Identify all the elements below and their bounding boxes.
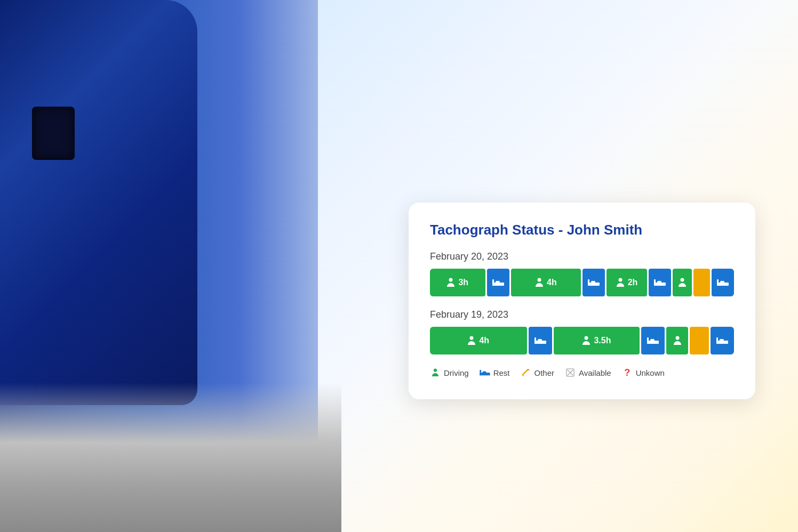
legend-driving: Driving: [430, 367, 469, 378]
svg-rect-23: [650, 339, 655, 342]
ground: [0, 383, 341, 532]
date-2: February 19, 2023: [430, 309, 734, 320]
svg-rect-11: [657, 281, 661, 284]
svg-rect-2: [492, 279, 494, 286]
legend-rest-label: Rest: [493, 368, 510, 377]
svg-rect-14: [717, 279, 719, 286]
tachograph-card: Tachograph Status - John Smith February …: [409, 203, 755, 399]
svg-point-4: [538, 278, 541, 282]
svg-point-24: [675, 336, 679, 340]
svg-rect-10: [654, 279, 656, 286]
legend-unknown: ? Unkown: [622, 367, 665, 378]
svg-rect-18: [534, 337, 536, 344]
svg-rect-7: [591, 281, 595, 284]
date-1: February 20, 2023: [430, 251, 734, 262]
legend-other: Other: [521, 367, 555, 378]
svg-rect-15: [720, 281, 724, 284]
legend-available-label: Available: [579, 368, 611, 377]
legend-driving-label: Driving: [444, 368, 469, 377]
legend-rest-icon: [480, 367, 490, 378]
svg-point-16: [470, 336, 474, 340]
timeline-row-1: 3h 4h: [430, 269, 734, 296]
segment2-other: [690, 327, 709, 354]
svg-rect-26: [716, 337, 718, 344]
segment2-rest-2: [641, 327, 665, 354]
svg-rect-31: [482, 371, 486, 373]
segment-rest-end-1: [712, 269, 734, 296]
segment2-driving-35h: 3.5h: [554, 327, 640, 354]
svg-point-32: [522, 375, 524, 376]
legend-other-label: Other: [534, 368, 555, 377]
svg-rect-6: [588, 279, 589, 286]
segment2-driving-small: [666, 327, 688, 354]
segment-driving-3h: 3h: [430, 269, 485, 296]
segment-rest-3: [649, 269, 671, 296]
svg-point-0: [449, 278, 453, 282]
svg-point-12: [680, 278, 684, 282]
segment-driving-4h: 4h: [511, 269, 581, 296]
segment2-driving-4h: 4h: [430, 327, 527, 354]
segment-rest-2: [582, 269, 605, 296]
segment-other-1: [693, 269, 710, 296]
segment-driving-small-1: [673, 269, 692, 296]
legend-available: Available: [565, 367, 611, 378]
legend-rest: Rest: [480, 367, 510, 378]
svg-rect-30: [480, 370, 481, 376]
legend: Driving Rest Othe: [430, 367, 734, 378]
segment-rest-1: [487, 269, 509, 296]
svg-rect-19: [538, 339, 542, 342]
segment2-rest-1: [529, 327, 552, 354]
timeline-row-2: 4h 3.5h: [430, 327, 734, 354]
svg-rect-3: [496, 281, 500, 284]
legend-available-icon: [565, 367, 576, 378]
legend-driving-icon: [430, 367, 441, 378]
truck-body: [0, 0, 197, 405]
svg-rect-27: [720, 339, 724, 342]
svg-rect-22: [647, 337, 649, 344]
driver-photo-area: [0, 0, 341, 532]
truck-window: [32, 107, 75, 160]
svg-point-8: [618, 278, 622, 282]
segment2-rest-end: [711, 327, 734, 354]
card-title: Tachograph Status - John Smith: [430, 222, 734, 238]
legend-other-icon: [521, 367, 531, 378]
segment-driving-2h: 2h: [607, 269, 647, 296]
svg-point-20: [585, 336, 588, 340]
svg-point-28: [434, 369, 437, 372]
legend-unknown-label: Unkown: [636, 368, 665, 377]
legend-unknown-icon: ?: [622, 367, 633, 378]
